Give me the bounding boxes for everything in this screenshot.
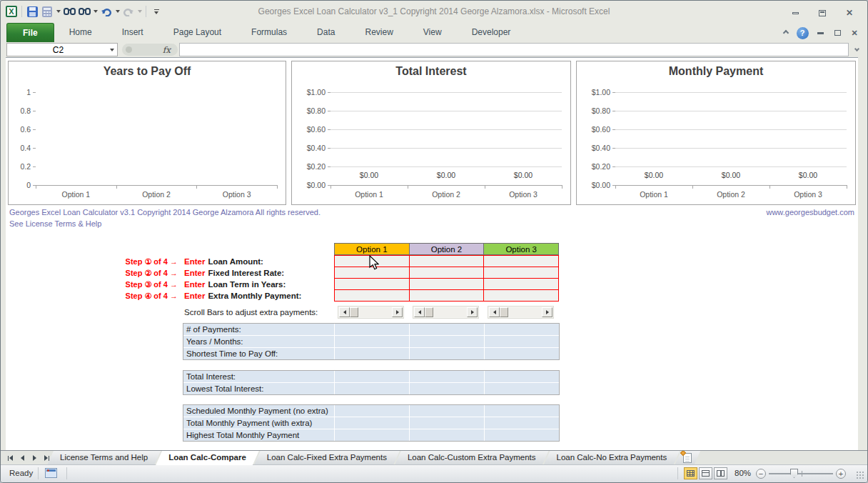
workbook-restore-icon[interactable] <box>832 27 843 39</box>
result-cell[interactable] <box>485 324 559 335</box>
tab-home[interactable]: Home <box>54 23 107 42</box>
sheet-tab-no-extra[interactable]: Loan Calc-No Extra Payments <box>544 451 680 465</box>
result-cell[interactable] <box>335 371 409 382</box>
minimize-button[interactable] <box>784 7 806 19</box>
help-icon[interactable]: ? <box>796 27 809 39</box>
result-cell[interactable] <box>410 336 484 347</box>
zoom-slider-thumb[interactable] <box>790 469 798 478</box>
zoom-slider-track[interactable] <box>769 473 833 474</box>
input-cell[interactable] <box>410 267 484 278</box>
license-link[interactable]: See License Terms & Help <box>9 219 101 228</box>
zoom-level[interactable]: 80% <box>735 469 751 477</box>
undo-icon[interactable] <box>100 5 113 18</box>
input-cell[interactable] <box>484 256 558 267</box>
formula-input[interactable] <box>179 43 849 56</box>
scroll-right-icon[interactable] <box>542 307 552 317</box>
name-box[interactable]: C2 <box>6 43 118 56</box>
result-cell[interactable] <box>335 324 409 335</box>
customize-quick-access-toolbar-icon[interactable] <box>150 5 163 18</box>
undo-dropdown-icon[interactable] <box>116 10 120 13</box>
input-cell[interactable] <box>484 279 558 289</box>
result-cell[interactable] <box>410 417 484 429</box>
normal-view-button[interactable] <box>684 467 697 479</box>
result-cell[interactable] <box>335 348 409 359</box>
result-cell[interactable] <box>410 324 484 335</box>
restore-button[interactable] <box>812 7 833 19</box>
workbook-close-icon[interactable]: ✕ <box>849 27 860 39</box>
sheet-tab-custom-extra[interactable]: Loan Calc-Custom Extra Payments <box>395 451 549 465</box>
tab-file[interactable]: File <box>6 23 54 42</box>
input-cell[interactable] <box>410 279 484 289</box>
result-cell[interactable] <box>335 383 409 394</box>
result-cell[interactable] <box>410 348 484 359</box>
result-cell[interactable] <box>410 383 484 394</box>
input-cell[interactable] <box>484 290 558 301</box>
scrollbar-thumb[interactable] <box>350 307 358 317</box>
result-cell[interactable] <box>335 405 409 417</box>
find-replace-icon[interactable] <box>78 5 91 18</box>
calculator-dropdown-icon[interactable] <box>56 10 61 13</box>
resize-grip[interactable] <box>856 471 865 480</box>
scrollbar-track[interactable] <box>433 307 467 317</box>
scroll-right-icon[interactable] <box>392 307 403 317</box>
scrollbar-track[interactable] <box>508 307 542 317</box>
name-box-dropdown-icon[interactable] <box>110 49 114 51</box>
tab-data[interactable]: Data <box>302 23 350 42</box>
calculator-icon[interactable] <box>41 5 54 18</box>
page-break-view-button[interactable] <box>714 467 727 479</box>
tab-formulas[interactable]: Formulas <box>236 23 302 42</box>
chart-total-interest[interactable]: Total Interest $1.00$0.80$0.60$0.40$0.20… <box>291 61 571 205</box>
input-cell[interactable] <box>335 290 409 301</box>
result-cell[interactable] <box>485 371 559 382</box>
input-cell[interactable] <box>410 290 484 301</box>
input-cell[interactable] <box>410 256 484 267</box>
sheet-tab-license-terms[interactable]: License Terms and Help <box>47 451 161 465</box>
scrollbar-thumb[interactable] <box>500 307 508 317</box>
find-dropdown-icon[interactable] <box>94 10 98 13</box>
close-button[interactable]: ✕ <box>839 7 860 19</box>
formula-bar-expand-icon[interactable] <box>851 44 863 55</box>
tab-insert[interactable]: Insert <box>107 23 158 42</box>
namebox-splitter-icon[interactable] <box>126 46 132 53</box>
scroll-left-icon[interactable] <box>414 307 425 317</box>
result-cell[interactable] <box>410 371 484 382</box>
result-cell[interactable] <box>485 429 559 441</box>
result-cell[interactable] <box>410 429 484 441</box>
result-cell[interactable] <box>335 429 409 441</box>
result-cell[interactable] <box>485 417 559 429</box>
sheet-tab-loan-calc-compare[interactable]: Loan Calc-Compare <box>156 451 259 465</box>
tab-developer[interactable]: Developer <box>457 23 526 42</box>
input-cell[interactable] <box>335 279 409 289</box>
minimize-ribbon-icon[interactable] <box>780 27 792 39</box>
scrollbar-track[interactable] <box>358 307 392 317</box>
result-cell[interactable] <box>335 336 409 347</box>
result-cell[interactable] <box>410 405 484 417</box>
scrollbar-thumb[interactable] <box>425 307 433 317</box>
sheet-tab-fixed-extra[interactable]: Loan Calc-Fixed Extra Payments <box>254 451 400 465</box>
scroll-right-icon[interactable] <box>467 307 478 317</box>
scroll-left-icon[interactable] <box>339 307 350 317</box>
tab-view[interactable]: View <box>408 23 457 42</box>
workbook-minimize-icon[interactable] <box>814 27 826 39</box>
tab-review[interactable]: Review <box>350 23 408 42</box>
scroll-left-icon[interactable] <box>489 307 500 317</box>
page-layout-view-button[interactable] <box>699 467 712 479</box>
result-cell[interactable] <box>335 417 409 429</box>
input-cell[interactable] <box>484 267 558 278</box>
excel-logo-icon[interactable]: X <box>5 5 18 18</box>
next-sheet-icon[interactable] <box>29 453 40 463</box>
insert-function-button[interactable]: fx <box>122 44 178 56</box>
chart-years-to-pay-off[interactable]: Years to Pay Off 10.80.60.40.20Option 1O… <box>8 61 286 205</box>
result-cell[interactable] <box>485 383 559 394</box>
result-cell[interactable] <box>485 348 559 359</box>
macro-record-icon[interactable] <box>45 468 57 478</box>
previous-sheet-icon[interactable] <box>17 453 28 463</box>
zoom-out-button[interactable]: − <box>756 469 766 479</box>
zoom-in-button[interactable]: + <box>836 469 846 479</box>
find-icon[interactable] <box>63 5 76 18</box>
result-cell[interactable] <box>485 336 559 347</box>
save-icon[interactable] <box>26 5 39 18</box>
result-cell[interactable] <box>485 405 559 417</box>
tab-page-layout[interactable]: Page Layout <box>158 23 236 42</box>
first-sheet-icon[interactable] <box>5 453 16 463</box>
